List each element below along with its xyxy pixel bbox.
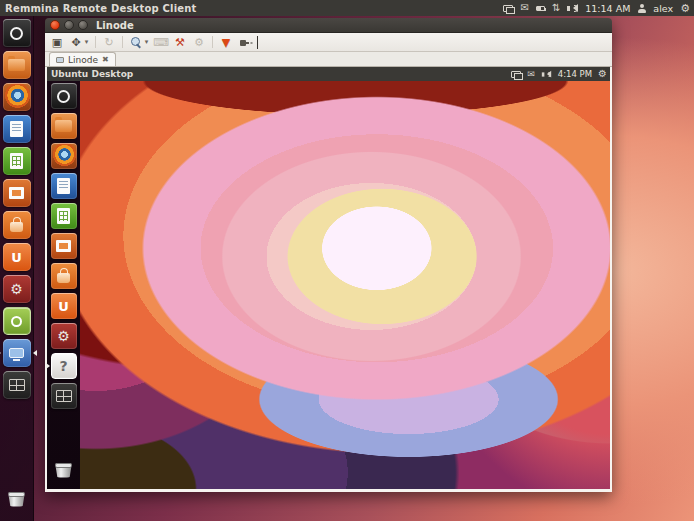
fit-window-button[interactable]: ✥	[68, 34, 84, 50]
host-top-panel: Remmina Remote Desktop Client ✉ ⇅ 11:14 …	[0, 0, 694, 16]
remote-clock[interactable]: 4:14 PM	[558, 69, 592, 79]
host-clock[interactable]: 11:14 AM	[585, 3, 630, 14]
remote-launcher-item-libreoffice-impress[interactable]	[51, 233, 77, 259]
tools-button[interactable]: ⚙	[191, 34, 207, 50]
remote-launcher-item-libreoffice-writer[interactable]	[51, 173, 77, 199]
volume-icon[interactable]	[567, 4, 578, 13]
minimize-connection-button[interactable]: ▼	[218, 34, 234, 50]
maximize-button[interactable]	[78, 20, 88, 30]
launcher-item-libreoffice-impress[interactable]	[3, 179, 31, 207]
remote-top-panel: Ubuntu Desktop ✉ 4:14 PM ⚙	[47, 67, 610, 81]
launcher-item-software-center[interactable]	[3, 211, 31, 239]
toolbar-separator[interactable]	[95, 36, 96, 48]
tab-close-icon[interactable]: ✖	[102, 55, 109, 64]
remote-launcher-item-help[interactable]: ?	[51, 353, 77, 379]
user-icon[interactable]	[637, 4, 646, 13]
active-app-title: Remmina Remote Desktop Client	[0, 3, 197, 14]
remote-viewport[interactable]: Ubuntu Desktop ✉ 4:14 PM ⚙	[45, 67, 612, 492]
launcher-item-software-updater[interactable]	[3, 307, 31, 335]
host-launcher: U ⚙	[0, 16, 34, 521]
disconnect-button[interactable]	[237, 34, 253, 50]
launcher-item-ubuntu-one[interactable]: U	[3, 243, 31, 271]
window-titlebar[interactable]: Linode	[45, 18, 612, 33]
network-traffic-icon[interactable]: ⇅	[552, 3, 560, 13]
remote-launcher-item-firefox[interactable]	[51, 143, 77, 169]
remote-launcher-item-files[interactable]	[51, 113, 77, 139]
remmina-window: Linode ▣ ✥ ▾ ↻	[45, 18, 612, 492]
host-desktop: { "host_panel": { "app_title": "Remmina …	[0, 0, 694, 521]
remote-indicator-tray: ✉ 4:14 PM ⚙	[511, 69, 610, 79]
remote-launcher-item-system-settings[interactable]: ⚙	[51, 323, 77, 349]
preferences-button[interactable]: ⚒	[172, 34, 188, 50]
tab-linode[interactable]: Linode ✖	[49, 52, 116, 66]
fullscreen-button[interactable]: ▣	[49, 34, 65, 50]
toolbar-separator[interactable]	[122, 36, 123, 48]
settings-gear-icon[interactable]: ⚙	[680, 3, 690, 14]
scale-button[interactable]	[128, 34, 144, 50]
remote-launcher-item-ubuntu-one[interactable]: U	[51, 293, 77, 319]
host-indicator-tray: ✉ ⇅ 11:14 AM alex ⚙	[503, 3, 694, 14]
launcher-item-workspace-switcher[interactable]	[3, 371, 31, 399]
fit-window-caret[interactable]: ▾	[83, 34, 90, 50]
launcher-item-libreoffice-calc[interactable]	[3, 147, 31, 175]
remmina-toolbar: ▣ ✥ ▾ ↻	[45, 33, 612, 52]
launcher-item-files[interactable]	[3, 51, 31, 79]
window-title: Linode	[96, 20, 134, 31]
remote-launcher-item-trash[interactable]	[51, 457, 77, 483]
user-name[interactable]: alex	[653, 3, 673, 14]
toolbar-separator[interactable]	[212, 36, 213, 48]
launcher-item-trash[interactable]	[3, 485, 31, 513]
launcher-item-system-settings[interactable]: ⚙	[3, 275, 31, 303]
launcher-item-remmina[interactable]	[3, 339, 31, 367]
toolbar-cursor-line[interactable]	[257, 36, 258, 49]
scale-caret[interactable]: ▾	[143, 34, 150, 50]
remote-launcher-item-libreoffice-calc[interactable]	[51, 203, 77, 229]
launcher-item-dash-home[interactable]	[3, 19, 31, 47]
launcher-item-libreoffice-writer[interactable]	[3, 115, 31, 143]
connection-tabbar: Linode ✖	[45, 52, 612, 67]
minimize-button[interactable]	[64, 20, 74, 30]
messages-icon[interactable]: ✉	[520, 3, 528, 13]
remote-menu-label[interactable]: Ubuntu Desktop	[47, 69, 133, 79]
remote-wallpaper	[80, 81, 610, 489]
remote-launcher-item-software-center[interactable]	[51, 263, 77, 289]
settings-gear-icon[interactable]: ⚙	[598, 69, 607, 79]
session-monitors-icon[interactable]	[503, 5, 513, 12]
connection-icon	[56, 57, 64, 63]
close-button[interactable]	[50, 20, 60, 30]
messages-icon[interactable]: ✉	[527, 70, 535, 79]
refresh-button[interactable]: ↻	[101, 34, 117, 50]
keyboard-grab-button[interactable]: ⌨	[153, 34, 169, 50]
remote-launcher-item-dash-home[interactable]	[51, 83, 77, 109]
launcher-item-firefox[interactable]	[3, 83, 31, 111]
session-monitors-icon[interactable]	[511, 71, 521, 78]
tab-label: Linode	[68, 55, 98, 65]
remote-launcher-item-workspace-switcher[interactable]	[51, 383, 77, 409]
remote-launcher: U ⚙ ?	[47, 81, 80, 489]
battery-icon[interactable]	[536, 6, 545, 11]
volume-icon[interactable]	[542, 70, 551, 78]
remote-desktop: U ⚙ ?	[47, 81, 610, 489]
